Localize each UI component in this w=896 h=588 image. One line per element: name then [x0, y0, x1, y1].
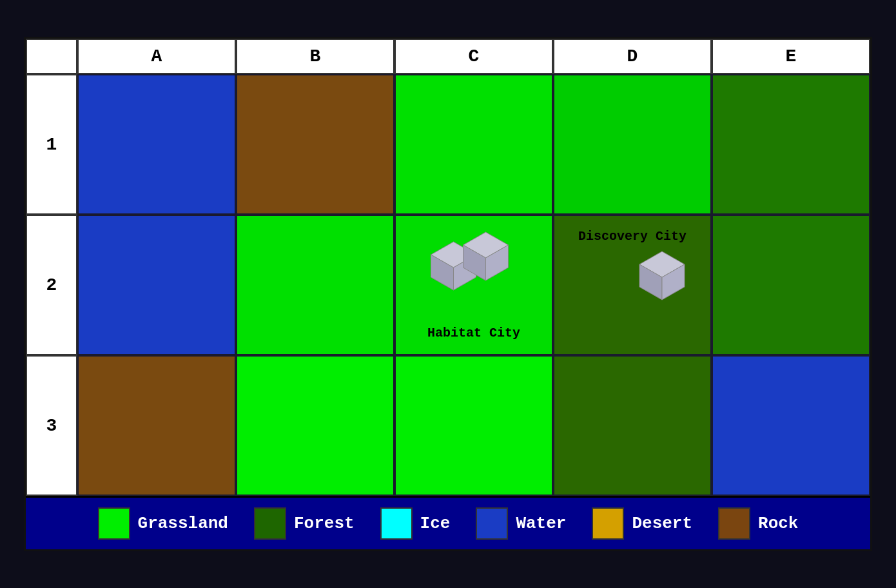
- rock-swatch: [718, 507, 750, 540]
- grid-wrapper: A B C D E 1 2 3: [24, 37, 872, 551]
- cell-A1[interactable]: [77, 74, 236, 215]
- cell-E2[interactable]: [712, 215, 870, 355]
- habitat-city-icon: [428, 222, 512, 300]
- col-header-D: D: [553, 39, 712, 74]
- cell-C2[interactable]: Habitat City: [394, 215, 553, 355]
- legend: Grassland Forest Ice Water Desert Rock: [26, 496, 870, 549]
- rock-label: Rock: [758, 514, 798, 533]
- corner-cell: [26, 39, 77, 74]
- row-header-3: 3: [26, 355, 77, 496]
- main-container: A B C D E 1 2 3: [0, 0, 896, 588]
- cell-B2[interactable]: [236, 215, 394, 355]
- cell-A2[interactable]: [77, 215, 236, 355]
- col-header-B: B: [236, 39, 394, 74]
- grassland-label: Grassland: [138, 514, 228, 533]
- discovery-city-label: Discovery City: [554, 226, 710, 248]
- water-swatch: [476, 507, 508, 540]
- desert-swatch: [592, 507, 624, 540]
- grid-cells: Habitat City Discovery City: [77, 74, 870, 496]
- cell-B1[interactable]: [236, 74, 394, 215]
- legend-forest: Forest: [254, 507, 355, 540]
- legend-water: Water: [476, 507, 566, 540]
- grassland-swatch: [98, 507, 130, 540]
- col-header-C: C: [394, 39, 553, 74]
- cell-C3[interactable]: [394, 355, 553, 496]
- forest-swatch: [254, 507, 286, 540]
- cell-A3[interactable]: [77, 355, 236, 496]
- habitat-city-label: Habitat City: [396, 322, 552, 344]
- water-label: Water: [516, 514, 566, 533]
- col-header-A: A: [77, 39, 236, 74]
- legend-desert: Desert: [592, 507, 692, 540]
- row-header-2: 2: [26, 215, 77, 355]
- cell-B3[interactable]: [236, 355, 394, 496]
- row-header-1: 1: [26, 74, 77, 215]
- cell-E1[interactable]: [712, 74, 870, 215]
- grid-body: 1 2 3: [26, 74, 870, 496]
- legend-rock: Rock: [718, 507, 798, 540]
- col-headers-row: A B C D E: [26, 39, 870, 74]
- cell-D3[interactable]: [553, 355, 712, 496]
- col-header-E: E: [712, 39, 870, 74]
- legend-ice: Ice: [380, 507, 451, 540]
- ice-label: Ice: [420, 514, 451, 533]
- discovery-city-icon: [627, 239, 704, 309]
- forest-label: Forest: [294, 514, 355, 533]
- legend-grassland: Grassland: [98, 507, 228, 540]
- cell-C1[interactable]: [394, 74, 553, 215]
- cell-D1[interactable]: [553, 74, 712, 215]
- ice-swatch: [380, 507, 413, 540]
- cell-D2[interactable]: Discovery City: [553, 215, 712, 355]
- desert-label: Desert: [632, 514, 692, 533]
- row-headers: 1 2 3: [26, 74, 77, 496]
- cell-E3[interactable]: [712, 355, 870, 496]
